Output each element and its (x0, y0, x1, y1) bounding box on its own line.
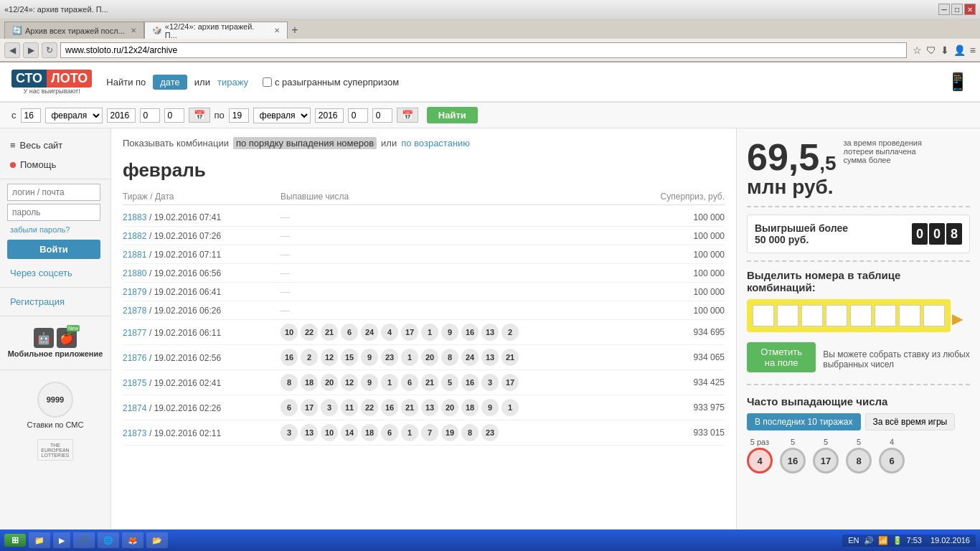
draw-link-21880[interactable]: 21880 (123, 268, 146, 278)
table-row: 21880 / 19.02.2016 06:56—100 000 (123, 264, 725, 283)
tab-archive[interactable]: 🔄 Архив всех тиражей посл... ✕ (4, 22, 144, 39)
to-day-input[interactable] (229, 108, 249, 123)
draw-link-21875[interactable]: 21875 (123, 378, 146, 388)
draw-link-21876[interactable]: 21876 (123, 353, 146, 363)
sidebar-help[interactable]: Помощь (0, 155, 110, 174)
highlight-input-1[interactable] (753, 305, 774, 326)
draw-link-21882[interactable]: 21882 (123, 231, 146, 241)
freq-count: 5 (791, 438, 795, 446)
highlight-input-6[interactable] (875, 305, 896, 326)
password-input[interactable] (7, 204, 100, 221)
number-ball: 20 (421, 349, 438, 366)
address-bar[interactable] (60, 42, 907, 58)
draw-link-21878[interactable]: 21878 (123, 306, 146, 316)
tab-current-close[interactable]: ✕ (274, 27, 280, 34)
find-label: Найти по (106, 77, 146, 88)
number-ball: 21 (401, 399, 418, 416)
draw-link-21883[interactable]: 21883 (123, 212, 146, 222)
from-month-select[interactable]: февраля (45, 108, 103, 123)
tab-current[interactable]: 🎲 «12/24»: архив тиражей. П... ✕ (144, 22, 288, 39)
highlight-input-3[interactable] (801, 305, 823, 326)
start-button[interactable]: ⊞ (4, 534, 26, 547)
mobile-app-section: 🤖 🍎 New Мобильное приложение (0, 321, 110, 365)
superprice-checkbox-label[interactable]: с разыгранным суперпризом (263, 77, 399, 88)
draw-cell: 21883 / 19.02.2016 07:41 (123, 212, 281, 222)
apple-icon[interactable]: 🍎 New (57, 328, 77, 348)
register-link[interactable]: Регистрация (0, 292, 110, 311)
draw-cell: 21876 / 19.02.2016 02:56 (123, 352, 281, 363)
freq-tab-recent[interactable]: В последних 10 тиражах (747, 413, 861, 430)
to-hour-input[interactable] (348, 108, 368, 123)
login-input[interactable] (7, 184, 100, 201)
tab-close-icon[interactable]: ✕ (131, 27, 136, 34)
date-tab-btn[interactable]: дате (153, 75, 187, 90)
from-calendar-btn[interactable]: 📅 (189, 108, 210, 123)
android-icon[interactable]: 🤖 (34, 328, 54, 348)
freq-tab-all[interactable]: За всё время игры (865, 413, 956, 430)
table-row: 21876 / 19.02.2016 02:561621215923120824… (123, 345, 725, 370)
draw-link-21879[interactable]: 21879 (123, 287, 146, 297)
draw-link-21874[interactable]: 21874 (123, 403, 146, 413)
superprize-cell: 933 975 (639, 402, 725, 413)
number-ball: 16 (281, 349, 298, 366)
maximize-btn[interactable]: □ (951, 4, 963, 15)
draw-link-21873[interactable]: 21873 (123, 428, 146, 438)
sort-by-asc-link[interactable]: по возрастанию (401, 138, 470, 149)
sort-by-order-link[interactable]: по порядку выпадения номеров (233, 137, 377, 149)
taskbar-item-3[interactable]: 🎵 (73, 532, 95, 548)
menu-icon[interactable]: ≡ (970, 44, 976, 56)
social-link[interactable]: Через соцсеть (0, 263, 110, 283)
draw-cell: 21880 / 19.02.2016 06:56 (123, 268, 281, 278)
login-btn[interactable]: Войти (7, 240, 100, 259)
number-ball: 9 (361, 374, 378, 391)
highlight-input-2[interactable] (777, 305, 798, 326)
mark-btn[interactable]: Отметить на поле (747, 342, 816, 372)
sidebar-help-label: Помощь (20, 159, 56, 170)
minimize-btn[interactable]: ─ (938, 4, 950, 15)
number-ball: 9 (481, 399, 499, 416)
draw-link-21877[interactable]: 21877 (123, 328, 146, 338)
back-btn[interactable]: ◀ (4, 42, 20, 58)
to-month-select[interactable]: февраля (253, 108, 311, 123)
to-calendar-btn[interactable]: 📅 (397, 108, 418, 123)
number-ball: 17 (501, 374, 519, 391)
from-hour-input[interactable] (140, 108, 160, 123)
taskbar-item-firefox[interactable]: 🦊 (122, 532, 143, 548)
taskbar-item-files[interactable]: 📂 (146, 532, 168, 548)
close-btn[interactable]: ✕ (964, 4, 976, 15)
draw-link-21881[interactable]: 21881 (123, 250, 146, 260)
highlight-input-5[interactable] (850, 305, 872, 326)
highlight-input-4[interactable] (826, 305, 847, 326)
from-year-input[interactable] (107, 108, 136, 123)
highlight-input-7[interactable] (899, 305, 920, 326)
superprice-checkbox[interactable] (263, 77, 272, 87)
site-logo[interactable]: СТО ЛОТО У нас выигрывают! (11, 70, 92, 95)
number-ball: 6 (341, 324, 358, 341)
taskbar-item-browser[interactable]: 🌐 (98, 532, 119, 548)
number-ball: 19 (441, 424, 458, 441)
to-year-input[interactable] (315, 108, 344, 123)
profile-icon[interactable]: 👤 (953, 44, 966, 56)
numbers-cell: — (281, 305, 639, 316)
to-min-input[interactable] (372, 108, 392, 123)
download-icon[interactable]: ⬇ (941, 44, 949, 56)
forward-btn[interactable]: ▶ (23, 42, 39, 58)
taskbar-item-mediaplayer[interactable]: ▶ (53, 532, 70, 548)
sidebar-menu[interactable]: ≡ Весь сайт (0, 136, 110, 155)
taskbar-item-explorer[interactable]: 📁 (29, 532, 50, 548)
sms-number: 9999 (47, 395, 64, 404)
superprize-cell: 100 000 (639, 268, 725, 278)
from-day-input[interactable] (21, 108, 41, 123)
number-ball: 8 (461, 424, 479, 441)
from-min-input[interactable] (164, 108, 184, 123)
forgot-link[interactable]: забыли пароль? (0, 224, 110, 235)
new-tab-btn[interactable]: + (288, 22, 302, 39)
volume-icon: 🔊 (864, 536, 874, 545)
draw-link[interactable]: тиражу (217, 77, 248, 88)
mobile-icon[interactable]: 📱 (947, 72, 969, 92)
refresh-btn[interactable]: ↻ (42, 42, 57, 58)
highlight-input-8[interactable] (923, 305, 945, 326)
number-ball: 21 (421, 374, 438, 391)
search-btn[interactable]: Найти (427, 107, 478, 123)
bookmark-icon[interactable]: ☆ (913, 44, 922, 56)
